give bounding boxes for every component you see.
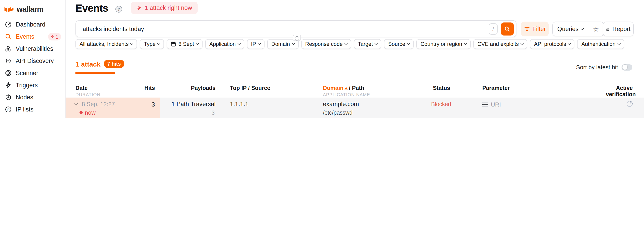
- filter-button[interactable]: Filter: [521, 22, 549, 36]
- favorite-query-button[interactable]: ☆: [588, 22, 604, 36]
- filter-chip-application[interactable]: Application: [205, 39, 244, 49]
- wallarm-logo[interactable]: wallarm: [4, 5, 44, 14]
- column-header-top-ip-source[interactable]: Top IP / Source: [230, 85, 270, 91]
- chevron-down-icon: [130, 42, 134, 45]
- sidebar-item-vulnerabilities[interactable]: Vulnerabilities: [0, 43, 65, 55]
- sidebar-item-triggers[interactable]: Triggers: [0, 79, 65, 91]
- parameter-bars-icon: [482, 103, 488, 107]
- ip-circle-icon: IP: [4, 106, 12, 113]
- chevron-down-icon: [581, 27, 584, 30]
- sidebar-nav: Dashboard Events 1 Vulnerabilities: [0, 19, 65, 118]
- toggle-knob: [622, 65, 627, 70]
- export-icon: [606, 26, 610, 32]
- search-input[interactable]: [82, 21, 450, 36]
- bolt-icon: [50, 34, 54, 39]
- column-header-status[interactable]: Status: [433, 85, 450, 91]
- sidebar-item-label: API Discovery: [16, 58, 54, 64]
- chevron-down-icon: [520, 42, 524, 45]
- wallarm-logo-text: wallarm: [16, 5, 44, 14]
- live-dot-icon: [80, 111, 83, 114]
- chevron-down-icon: [296, 38, 298, 41]
- chevron-down-icon: [74, 102, 78, 105]
- filter-chip-source[interactable]: Source: [384, 39, 414, 49]
- filter-chip-authentication[interactable]: Authentication: [577, 39, 624, 49]
- filter-chips-row: All attacks, Incidents Type 8 Sept Appli…: [76, 39, 624, 49]
- bolt-icon: [136, 5, 142, 11]
- filter-chip-api-protocols[interactable]: API protocols: [530, 39, 574, 49]
- sidebar-item-scanner[interactable]: Scanner: [0, 67, 65, 79]
- filter-chip-cve[interactable]: CVE and exploits: [473, 39, 527, 49]
- filter-chip-target[interactable]: Target: [354, 39, 382, 49]
- chevron-down-icon: [258, 42, 261, 45]
- attack-row[interactable]: 8 Sep, 12:27 now 3 1 Path Traversal 3 1.…: [66, 98, 644, 118]
- attack-path: /etc/passwd: [323, 110, 352, 116]
- sidebar-item-label: IP lists: [16, 106, 34, 113]
- svg-text:IP: IP: [6, 108, 9, 111]
- attack-duration: now: [80, 109, 96, 116]
- queries-dropdown[interactable]: Queries: [553, 22, 588, 36]
- column-subheader-application-name: APPLICATION NAME: [323, 92, 370, 97]
- filter-lines-icon: [524, 27, 530, 32]
- attacks-tab-label: 1 attack: [76, 60, 100, 68]
- domain-sort-label: Domain: [323, 85, 344, 91]
- sidebar-item-label: Vulnerabilities: [16, 45, 53, 52]
- sidebar-item-dashboard[interactable]: Dashboard: [0, 19, 65, 31]
- live-attack-badge[interactable]: 1 attack right now: [131, 2, 198, 14]
- report-button-label: Report: [612, 26, 630, 32]
- attacks-tab-underline: [76, 72, 115, 74]
- chevron-down-icon: [196, 42, 199, 45]
- attack-top-ip[interactable]: 1.1.1.1: [230, 101, 248, 107]
- wallarm-flag-icon: [4, 6, 14, 13]
- events-page: wallarm Dashboard Events 1: [0, 0, 644, 118]
- hexagon-nodes-icon: [4, 94, 12, 101]
- column-header-active-verification[interactable]: Active verification: [606, 85, 633, 98]
- queries-label: Queries: [557, 26, 579, 32]
- column-header-payloads[interactable]: Payloads: [175, 85, 216, 91]
- chevron-down-icon: [292, 42, 295, 45]
- braces-check-icon: [4, 57, 12, 65]
- chevron-down-icon: [617, 42, 620, 45]
- gauge-icon: [4, 21, 12, 28]
- page-title: Events: [76, 2, 108, 14]
- sidebar-item-events[interactable]: Events 1: [0, 31, 65, 43]
- attacks-tab[interactable]: 1 attack 7 hits: [76, 60, 124, 68]
- filter-chip-country[interactable]: Country or region: [416, 39, 471, 49]
- chevron-down-icon: [374, 42, 378, 45]
- sidebar-item-label: Events: [16, 33, 34, 40]
- help-icon[interactable]: ?: [116, 6, 122, 13]
- active-verification-spinner-icon[interactable]: [626, 100, 633, 107]
- filter-chip-ip[interactable]: IP: [247, 39, 265, 49]
- events-count: 1: [56, 34, 58, 39]
- attack-status: Blocked: [431, 101, 451, 107]
- filter-chip-type[interactable]: Type: [140, 39, 164, 49]
- sidebar-item-nodes[interactable]: Nodes: [0, 91, 65, 103]
- attack-payload-type: 1 Path Traversal: [156, 101, 216, 107]
- sidebar-item-ip-lists[interactable]: IP IP lists: [0, 103, 65, 116]
- live-attack-badge-label: 1 attack right now: [144, 5, 192, 11]
- events-count-badge: 1: [48, 33, 61, 41]
- column-header-domain-path[interactable]: Domain / Path: [323, 85, 364, 91]
- report-button[interactable]: Report: [603, 22, 634, 36]
- calendar-icon: [171, 41, 176, 47]
- search-expand-handle[interactable]: [293, 35, 301, 41]
- chevron-down-icon: [568, 42, 571, 45]
- filter-chip-date[interactable]: 8 Sept: [167, 39, 202, 49]
- sidebar-item-rules[interactable]: Rules: [0, 116, 65, 118]
- sort-toggle[interactable]: [622, 64, 632, 70]
- search-button[interactable]: [501, 23, 514, 36]
- sidebar-item-api-discovery[interactable]: API Discovery: [0, 55, 65, 67]
- column-header-parameter[interactable]: Parameter: [482, 85, 510, 91]
- filter-chip-response-code[interactable]: Response code: [301, 39, 351, 49]
- column-header-date[interactable]: Date: [76, 85, 88, 91]
- star-icon: ☆: [593, 26, 599, 32]
- column-header-hits[interactable]: Hits: [135, 85, 155, 91]
- path-label: / Path: [349, 85, 364, 91]
- sidebar-item-label: Triggers: [16, 82, 38, 89]
- hits-badge: 7 hits: [104, 60, 124, 68]
- filter-button-label: Filter: [532, 26, 546, 32]
- queries-button-group: Queries ☆: [552, 22, 604, 36]
- sidebar: wallarm Dashboard Events 1: [0, 0, 66, 118]
- attack-date: 8 Sep, 12:27: [82, 101, 115, 107]
- filter-chip-attacks-incidents[interactable]: All attacks, Incidents: [76, 39, 137, 49]
- chevron-down-icon: [464, 42, 467, 45]
